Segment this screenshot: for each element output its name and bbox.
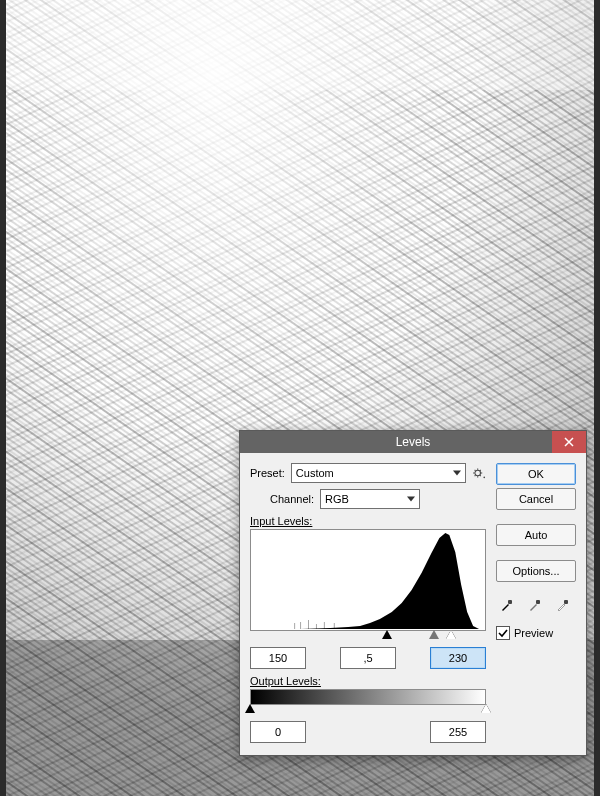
- preset-value: Custom: [296, 467, 334, 479]
- eyedropper-icon: [500, 598, 514, 612]
- svg-point-18: [475, 470, 481, 476]
- svg-point-27: [483, 477, 485, 479]
- input-gamma-handle[interactable]: [429, 630, 439, 639]
- ok-button[interactable]: OK: [496, 463, 576, 485]
- svg-line-23: [475, 470, 476, 471]
- svg-rect-35: [536, 600, 540, 604]
- cancel-button[interactable]: Cancel: [496, 488, 576, 510]
- levels-dialog: Levels Preset: Custom: [239, 430, 587, 756]
- eyedropper-icon: [556, 598, 570, 612]
- channel-value: RGB: [325, 493, 349, 505]
- output-black-handle[interactable]: [245, 704, 255, 713]
- input-black-handle[interactable]: [382, 630, 392, 639]
- chevron-down-icon: [407, 497, 415, 502]
- auto-button[interactable]: Auto: [496, 524, 576, 546]
- eyedropper-white-button[interactable]: [552, 595, 574, 615]
- check-icon: [498, 628, 508, 638]
- input-black-field[interactable]: [250, 647, 306, 669]
- channel-label: Channel:: [270, 493, 314, 505]
- options-button[interactable]: Options...: [496, 560, 576, 582]
- preset-dropdown[interactable]: Custom: [291, 463, 466, 483]
- input-white-handle[interactable]: [446, 630, 456, 639]
- output-black-field[interactable]: [250, 721, 306, 743]
- preset-label: Preset:: [250, 467, 285, 479]
- preset-menu-button[interactable]: [472, 466, 486, 480]
- close-icon: [564, 437, 574, 447]
- gear-icon: [472, 466, 486, 480]
- output-slider-track[interactable]: [250, 705, 486, 715]
- eyedropper-icon: [528, 598, 542, 612]
- svg-line-26: [480, 470, 481, 471]
- preview-checkbox[interactable]: [496, 626, 510, 640]
- output-white-field[interactable]: [430, 721, 486, 743]
- svg-line-25: [475, 475, 476, 476]
- svg-rect-34: [508, 600, 512, 604]
- input-gamma-field[interactable]: [340, 647, 396, 669]
- svg-rect-36: [564, 600, 568, 604]
- output-gradient: [250, 689, 486, 705]
- dialog-title: Levels: [396, 435, 431, 449]
- svg-line-24: [480, 475, 481, 476]
- preview-label: Preview: [514, 627, 553, 639]
- eyedropper-gray-button[interactable]: [524, 595, 546, 615]
- svg-rect-17: [6, 0, 594, 90]
- output-levels-label: Output Levels:: [250, 675, 486, 687]
- dialog-titlebar[interactable]: Levels: [240, 431, 586, 453]
- channel-dropdown[interactable]: RGB: [320, 489, 420, 509]
- histogram: [250, 529, 486, 631]
- close-button[interactable]: [552, 431, 586, 453]
- eyedropper-black-button[interactable]: [496, 595, 518, 615]
- chevron-down-icon: [453, 471, 461, 476]
- input-white-field[interactable]: [430, 647, 486, 669]
- output-white-handle[interactable]: [481, 704, 491, 713]
- input-slider-track[interactable]: [250, 631, 486, 641]
- input-levels-label: Input Levels:: [250, 515, 486, 527]
